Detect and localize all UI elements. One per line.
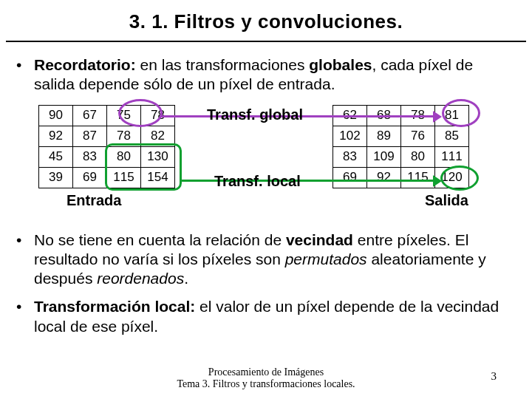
footer-line-1: Procesamiento de Imágenes <box>0 366 532 378</box>
cell: 39 <box>39 167 73 188</box>
cell: 80 <box>401 146 435 167</box>
label-transf-global: Transf. global <box>207 106 303 123</box>
bullet-1-lead: Recordatorio: <box>34 56 136 73</box>
cell: 111 <box>435 146 469 167</box>
bullet-3: Transformación local: el valor de un píx… <box>0 293 532 341</box>
slide-footer: Procesamiento de Imágenes Tema 3. Filtro… <box>0 366 532 390</box>
local-dst-circle-icon <box>440 166 479 191</box>
cell: 69 <box>73 167 107 188</box>
label-transf-local: Transf. local <box>214 173 301 190</box>
footer-line-2: Tema 3. Filtros y transformaciones local… <box>0 378 532 390</box>
bullet-2-d: . <box>184 270 188 287</box>
bullet-1-globales: globales <box>309 56 372 73</box>
cell: 109 <box>367 146 401 167</box>
bullet-2-reordenados: reordenados <box>97 270 184 287</box>
cell: 83 <box>73 146 107 167</box>
bullet-3-lead: Transformación local: <box>34 298 195 315</box>
bullet-2-permutados: permutados <box>285 250 367 267</box>
cell: 76 <box>401 126 435 146</box>
bullet-1-a: en las transformaciones <box>136 56 310 73</box>
cell: 83 <box>333 146 367 167</box>
cell: 67 <box>73 105 107 126</box>
cell: 90 <box>39 105 73 126</box>
page-number: 3 <box>491 370 497 383</box>
cell: 85 <box>435 126 469 146</box>
local-src-box-icon <box>105 143 182 191</box>
slide-title: 3. 1. Filtros y convoluciones. <box>6 0 526 42</box>
global-src-circle-icon <box>118 99 163 127</box>
bullet-2: No se tiene en cuenta la relación de vec… <box>0 226 532 293</box>
bullet-1: Recordatorio: en las transformaciones gl… <box>0 51 532 99</box>
caption-salida: Salida <box>425 192 468 209</box>
cell: 102 <box>333 126 367 146</box>
tables-diagram: 90677578 92877882 458380130 3969115154 6… <box>0 105 532 223</box>
cell: 45 <box>39 146 73 167</box>
global-dst-circle-icon <box>442 99 480 127</box>
caption-entrada: Entrada <box>66 192 121 209</box>
bullet-2-a: No se tiene en cuenta la relación de <box>34 231 286 248</box>
cell: 92 <box>39 126 73 146</box>
bullet-2-vecindad: vecindad <box>286 231 353 248</box>
cell: 87 <box>73 126 107 146</box>
cell: 89 <box>367 126 401 146</box>
